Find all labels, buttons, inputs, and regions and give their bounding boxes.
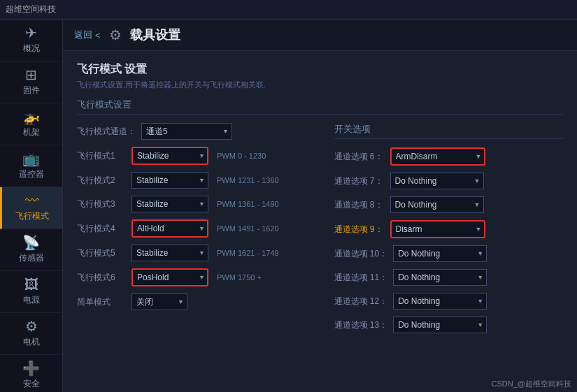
flight-mode-select-wrapper-1: StabilizeAltHoldPosHoldLoiterRTLAutoAcro…	[131, 172, 208, 189]
gear-icon: ⚙	[109, 27, 122, 43]
flight-modes-page: 飞行模式 设置 飞行模式设置,用于将遥控器上的开关与飞行模式相关联. 飞行模式设…	[63, 51, 577, 351]
flightmodes-icon: 〰	[25, 194, 39, 208]
switch-channel-select-wrapper-5: Do NothingArmDisarmDisarmArmGPS_EnableGP…	[393, 269, 487, 286]
sidebar-label-sensors: 传感器	[19, 252, 44, 264]
switch-channel-label-2: 通道选项 8：	[334, 199, 385, 211]
switch-channel-select-1[interactable]: Do NothingArmDisarmDisarmArmGPS_EnableGP…	[390, 173, 484, 189]
switch-channel-select-3[interactable]: Do NothingArmDisarmDisarmArmGPS_EnableGP…	[390, 220, 485, 238]
switch-channel-select-wrapper-4: Do NothingArmDisarmDisarmArmGPS_EnableGP…	[393, 245, 487, 262]
channel-select[interactable]: 通道1通道2通道3通道4通道5通道6通道7通道8	[141, 123, 232, 140]
switch-channel-select-4[interactable]: Do NothingArmDisarmDisarmArmGPS_EnableGP…	[393, 245, 487, 262]
pwm-text-3: PWM 1491 - 1620	[217, 224, 279, 233]
switch-channel-row-6: 通道选项 12：Do NothingArmDisarmDisarmArmGPS_…	[334, 293, 564, 310]
power-icon: 🖼	[24, 277, 38, 291]
section-desc: 飞行模式设置,用于将遥控器上的开关与飞行模式相关联.	[77, 80, 563, 90]
sidebar-label-firmware: 固件	[23, 85, 40, 96]
switch-channel-rows: 通道选项 6：Do NothingArmDisarmDisarmArmGPS_E…	[334, 147, 564, 333]
switch-channel-row-5: 通道选项 11：Do NothingArmDisarmDisarmArmGPS_…	[334, 269, 564, 286]
sidebar-label-flightmodes: 飞行模式	[15, 210, 49, 222]
switch-options-title: 开关选项	[334, 123, 564, 139]
switch-channel-label-0: 通道选项 6：	[334, 151, 385, 163]
switch-channel-label-5: 通道选项 11：	[334, 272, 388, 284]
firmware-icon: ⊞	[25, 68, 37, 82]
sidebar-item-radio[interactable]: 📺遥控器	[0, 145, 62, 187]
sidebar-item-motors[interactable]: ⚙电机	[0, 313, 62, 355]
back-button[interactable]: 返回 <	[74, 29, 101, 41]
switch-channel-select-6[interactable]: Do NothingArmDisarmDisarmArmGPS_EnableGP…	[393, 293, 487, 310]
sidebar: ✈概况⊞固件🚁机架📺遥控器〰飞行模式📡传感器🖼电源⚙电机➕安全	[0, 20, 63, 392]
switch-channel-select-0[interactable]: Do NothingArmDisarmDisarmArmGPS_EnableGP…	[390, 147, 485, 166]
motors-icon: ⚙	[25, 319, 38, 333]
switch-channel-select-wrapper-6: Do NothingArmDisarmDisarmArmGPS_EnableGP…	[393, 293, 487, 310]
simple-mode-select[interactable]: 关闭开启	[131, 293, 187, 310]
back-separator: <	[95, 30, 101, 41]
flight-mode-label-4: 飞行模式5	[77, 247, 126, 259]
sidebar-item-safety[interactable]: ➕安全	[0, 355, 62, 392]
switch-channel-select-wrapper-1: Do NothingArmDisarmDisarmArmGPS_EnableGP…	[390, 173, 484, 189]
simple-mode-select-wrapper: 关闭开启	[131, 293, 187, 310]
header-bar: 返回 < ⚙ 载具设置	[63, 20, 577, 51]
switch-channel-label-6: 通道选项 12：	[334, 296, 388, 307]
title-bar-text: 超维空间科技	[6, 3, 56, 15]
channel-row: 飞行模式通道： 通道1通道2通道3通道4通道5通道6通道7通道8	[77, 123, 306, 140]
switch-channel-label-7: 通道选项 13：	[334, 319, 388, 331]
sidebar-label-radio: 遥控器	[19, 168, 44, 180]
sidebar-label-airframe: 机架	[23, 126, 40, 138]
sidebar-item-flightmodes[interactable]: 〰飞行模式	[0, 187, 62, 229]
flight-mode-label-2: 飞行模式3	[77, 198, 126, 210]
two-column-layout: 飞行模式通道： 通道1通道2通道3通道4通道5通道6通道7通道8 飞行模式1St…	[77, 123, 563, 340]
sidebar-item-airframe[interactable]: 🚁机架	[0, 103, 62, 145]
switch-channel-row-7: 通道选项 13：Do NothingArmDisarmDisarmArmGPS_…	[334, 317, 564, 333]
sidebar-label-safety: 安全	[23, 378, 40, 390]
pwm-text-5: PWM 1750 +	[217, 273, 262, 282]
pwm-text-0: PWM 0 - 1230	[217, 152, 266, 160]
page-title: 载具设置	[130, 27, 180, 43]
sidebar-item-power[interactable]: 🖼电源	[0, 271, 62, 313]
flight-mode-label-3: 飞行模式4	[77, 223, 126, 235]
sidebar-label-power: 电源	[23, 294, 40, 306]
switch-channel-label-3: 通道选项 9：	[334, 224, 385, 235]
sidebar-item-firmware[interactable]: ⊞固件	[0, 61, 62, 103]
flight-mode-select-3[interactable]: StabilizeAltHoldPosHoldLoiterRTLAutoAcro…	[131, 219, 208, 238]
switch-channel-select-2[interactable]: Do NothingArmDisarmDisarmArmGPS_EnableGP…	[390, 196, 484, 213]
switch-channel-select-wrapper-3: Do NothingArmDisarmDisarmArmGPS_EnableGP…	[390, 220, 485, 238]
flight-mode-label-5: 飞行模式6	[77, 272, 126, 284]
flight-mode-select-0[interactable]: StabilizeAltHoldPosHoldLoiterRTLAutoAcro…	[131, 147, 208, 165]
flight-mode-rows: 飞行模式1StabilizeAltHoldPosHoldLoiterRTLAut…	[77, 147, 306, 286]
flight-mode-label-1: 飞行模式2	[77, 175, 126, 187]
sidebar-item-sensors[interactable]: 📡传感器	[0, 229, 62, 271]
flight-mode-select-wrapper-0: StabilizeAltHoldPosHoldLoiterRTLAutoAcro…	[131, 147, 208, 165]
sidebar-item-overview[interactable]: ✈概况	[0, 20, 62, 61]
flight-mode-select-wrapper-5: StabilizeAltHoldPosHoldLoiterRTLAutoAcro…	[131, 268, 208, 286]
section-title: 飞行模式 设置	[77, 62, 563, 77]
channel-label: 飞行模式通道：	[77, 126, 136, 138]
switch-channel-select-7[interactable]: Do NothingArmDisarmDisarmArmGPS_EnableGP…	[393, 317, 487, 333]
switch-channel-select-wrapper-0: Do NothingArmDisarmDisarmArmGPS_EnableGP…	[390, 147, 485, 166]
safety-icon: ➕	[22, 361, 40, 375]
switch-channel-select-5[interactable]: Do NothingArmDisarmDisarmArmGPS_EnableGP…	[393, 269, 487, 286]
flight-mode-row-5: 飞行模式6StabilizeAltHoldPosHoldLoiterRTLAut…	[77, 268, 306, 286]
flight-mode-row-2: 飞行模式3StabilizeAltHoldPosHoldLoiterRTLAut…	[77, 196, 306, 212]
flight-mode-label-0: 飞行模式1	[77, 150, 126, 162]
switch-channel-row-0: 通道选项 6：Do NothingArmDisarmDisarmArmGPS_E…	[334, 147, 564, 166]
pwm-text-2: PWM 1361 - 1490	[217, 200, 279, 208]
left-column: 飞行模式通道： 通道1通道2通道3通道4通道5通道6通道7通道8 飞行模式1St…	[77, 123, 306, 340]
flight-mode-select-1[interactable]: StabilizeAltHoldPosHoldLoiterRTLAutoAcro…	[131, 172, 208, 189]
back-label: 返回	[74, 29, 92, 41]
sensors-icon: 📡	[22, 235, 40, 249]
flight-mode-select-5[interactable]: StabilizeAltHoldPosHoldLoiterRTLAutoAcro…	[131, 268, 208, 286]
simple-mode-row: 简单模式 关闭开启	[77, 293, 306, 310]
switch-channel-row-1: 通道选项 7：Do NothingArmDisarmDisarmArmGPS_E…	[334, 173, 564, 189]
main-content: 返回 < ⚙ 载具设置 飞行模式 设置 飞行模式设置,用于将遥控器上的开关与飞行…	[63, 20, 577, 392]
sidebar-label-overview: 概况	[23, 43, 40, 55]
switch-channel-select-wrapper-2: Do NothingArmDisarmDisarmArmGPS_EnableGP…	[390, 196, 484, 213]
flight-mode-row-3: 飞行模式4StabilizeAltHoldPosHoldLoiterRTLAut…	[77, 219, 306, 238]
watermark: CSDN_@超维空间科技	[492, 379, 571, 389]
flight-mode-select-4[interactable]: StabilizeAltHoldPosHoldLoiterRTLAutoAcro…	[131, 245, 208, 261]
sidebar-label-motors: 电机	[23, 336, 40, 348]
pwm-text-1: PWM 1231 - 1360	[217, 176, 279, 184]
flight-mode-row-4: 飞行模式5StabilizeAltHoldPosHoldLoiterRTLAut…	[77, 245, 306, 261]
switch-channel-row-2: 通道选项 8：Do NothingArmDisarmDisarmArmGPS_E…	[334, 196, 564, 213]
channel-select-wrapper: 通道1通道2通道3通道4通道5通道6通道7通道8	[141, 123, 232, 140]
flight-mode-select-2[interactable]: StabilizeAltHoldPosHoldLoiterRTLAutoAcro…	[131, 196, 208, 212]
